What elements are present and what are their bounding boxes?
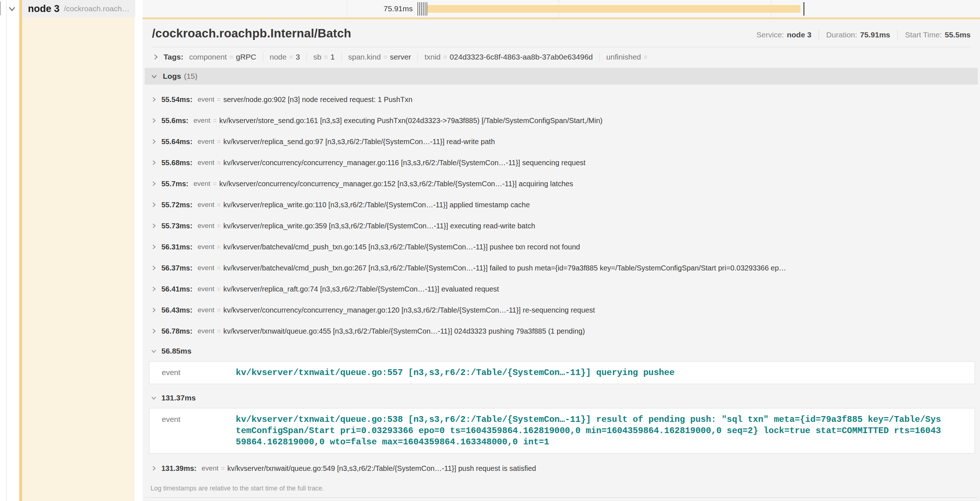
duration-value: 75.91ms bbox=[860, 30, 890, 39]
detail-row-accent-strip[interactable] bbox=[19, 18, 22, 501]
log-entry-expanded: 131.37mseventkv/kvserver/txnwait/queue.g… bbox=[145, 388, 978, 453]
log-field-value: kv/kvserver/replica_send.go:97 [n3,s3,r6… bbox=[223, 137, 495, 146]
log-timestamp: 56.31ms: bbox=[161, 243, 192, 251]
log-field-value: kv/kvserver/concurrency/concurrency_mana… bbox=[223, 159, 586, 167]
log-field-key: event bbox=[198, 159, 214, 167]
tag-key: component bbox=[189, 53, 227, 61]
chevron-right-icon bbox=[151, 117, 157, 124]
log-field-equals: = bbox=[221, 465, 225, 472]
log-field-key: event bbox=[194, 116, 210, 124]
log-entry-header[interactable]: 56.85ms bbox=[145, 341, 978, 361]
collapse-children-button[interactable] bbox=[7, 4, 17, 13]
span-name-cell[interactable]: node 3 /cockroach.roach… bbox=[19, 0, 135, 18]
logs-title: Logs bbox=[163, 72, 181, 81]
span-timeline-cell[interactable]: 75.91ms bbox=[143, 0, 980, 18]
log-field-value: kv/kvserver/concurrency/concurrency_mana… bbox=[220, 180, 573, 188]
chevron-right-icon bbox=[151, 286, 157, 292]
tags-label: Tags: bbox=[164, 53, 183, 61]
tag-equals: = bbox=[324, 53, 328, 61]
log-entry[interactable]: 56.41ms:event=kv/kvserver/replica_raft.g… bbox=[145, 278, 978, 300]
log-field-equals: = bbox=[217, 159, 221, 167]
logs-footer-note: Log timestamps are relative to the start… bbox=[145, 480, 978, 498]
chevron-right-icon bbox=[151, 465, 157, 472]
log-field-value: kv/kvserver/txnwait/queue.go:549 [n3,s3,… bbox=[228, 464, 536, 473]
log-field-value: kv/kvserver/store_send.go:161 [n3,s3] ex… bbox=[220, 116, 603, 125]
log-entry[interactable]: 55.54ms:event=server/node.go:902 [n3] no… bbox=[145, 89, 978, 110]
log-field-key: event bbox=[198, 285, 214, 293]
log-field-equals: = bbox=[217, 201, 221, 209]
log-field-key: event bbox=[198, 96, 214, 104]
log-timestamp: 55.7ms: bbox=[161, 180, 189, 188]
log-timestamp: 55.6ms: bbox=[161, 116, 189, 125]
log-field-value: kv/kvserver/batcheval/cmd_push_txn.go:26… bbox=[223, 264, 786, 272]
left-edge-mark bbox=[0, 2, 1, 15]
tag-key: span.kind bbox=[348, 53, 381, 61]
tag-key: sb bbox=[313, 53, 321, 61]
log-timestamp: 56.41ms: bbox=[161, 285, 192, 294]
span-detail-header: /cockroach.roachpb.Internal/Batch Servic… bbox=[152, 19, 970, 47]
chevron-right-icon bbox=[151, 201, 157, 208]
log-timestamp: 55.72ms: bbox=[161, 201, 192, 209]
log-entry[interactable]: 56.37ms:event=kv/kvserver/batcheval/cmd_… bbox=[145, 257, 978, 278]
start-time-label: Start Time: bbox=[905, 30, 942, 39]
tag-value: server bbox=[390, 53, 411, 61]
log-field-value[interactable]: kv/kvserver/txnwait/queue.go:557 [n3,s3,… bbox=[236, 367, 675, 378]
log-field-equals: = bbox=[217, 96, 221, 104]
log-field-key: event bbox=[198, 243, 214, 251]
tag-divider bbox=[417, 52, 418, 61]
log-fields-table: eventkv/kvserver/txnwait/queue.go:557 [n… bbox=[149, 361, 975, 384]
chevron-right-icon bbox=[151, 265, 157, 271]
log-entry[interactable]: 56.78ms:event=kv/kvserver/txnwait/queue.… bbox=[145, 321, 978, 341]
chevron-right-icon bbox=[152, 53, 159, 61]
log-field-equals: = bbox=[213, 117, 217, 124]
span-detail-panel: /cockroach.roachpb.Internal/Batch Servic… bbox=[143, 18, 980, 501]
meta-divider bbox=[897, 30, 898, 40]
span-bar-row[interactable]: node 3 /cockroach.roach… 75.91ms bbox=[0, 0, 980, 18]
log-entry[interactable]: 131.39ms:event=kv/kvserver/txnwait/queue… bbox=[145, 458, 978, 479]
log-field-value[interactable]: kv/kvserver/txnwait/queue.go:538 [n3,s3,… bbox=[236, 414, 941, 448]
logs-section-header[interactable]: Logs (15) bbox=[145, 68, 978, 85]
meta-divider bbox=[819, 30, 819, 40]
log-field-equals: = bbox=[213, 180, 217, 188]
span-meta: Service: node 3 Duration: 75.91ms Start … bbox=[757, 30, 970, 40]
log-entry[interactable]: 55.73ms:event=kv/kvserver/replica_write.… bbox=[145, 215, 978, 236]
log-field-value: kv/kvserver/replica_write.go:110 [n3,s3,… bbox=[223, 201, 530, 209]
start-time-value: 55.5ms bbox=[945, 30, 970, 39]
tag-items: component=gRPCnode=3sb=1span.kind=server… bbox=[189, 52, 650, 61]
span-duration-bar[interactable] bbox=[427, 5, 800, 13]
tag-equals: = bbox=[383, 53, 387, 61]
detail-row-left-highlight bbox=[22, 18, 135, 501]
log-entry[interactable]: 55.68ms:event=kv/kvserver/concurrency/co… bbox=[145, 152, 978, 173]
log-field-equals: = bbox=[217, 138, 221, 145]
log-entry[interactable]: 55.72ms:event=kv/kvserver/replica_write.… bbox=[145, 194, 978, 215]
tag-value: gRPC bbox=[236, 53, 256, 61]
tags-row[interactable]: Tags: component=gRPCnode=3sb=1span.kind=… bbox=[152, 47, 970, 66]
span-bar-end-tick bbox=[803, 2, 805, 16]
chevron-down-icon bbox=[7, 4, 17, 13]
span-operation-name: /cockroach.roach… bbox=[64, 4, 129, 13]
log-entry-header[interactable]: 131.37ms bbox=[145, 388, 978, 407]
log-entry[interactable]: 55.64ms:event=kv/kvserver/replica_send.g… bbox=[145, 131, 978, 152]
chevron-right-icon bbox=[151, 328, 157, 334]
span-color-accent bbox=[19, 0, 22, 18]
chevron-right-icon bbox=[151, 96, 157, 103]
duration-label: Duration: bbox=[826, 30, 857, 39]
tag-key: node bbox=[270, 53, 287, 61]
tag-equals: = bbox=[643, 53, 648, 61]
log-field-value: kv/kvserver/concurrency/concurrency_mana… bbox=[223, 306, 595, 314]
log-entry[interactable]: 56.43ms:event=kv/kvserver/concurrency/co… bbox=[145, 300, 978, 321]
log-field-key: event bbox=[198, 201, 214, 209]
log-field-key: event bbox=[150, 367, 236, 378]
log-entry[interactable]: 56.31ms:event=kv/kvserver/batcheval/cmd_… bbox=[145, 236, 978, 257]
service-label: Service: bbox=[757, 30, 784, 39]
log-timestamp: 56.43ms: bbox=[161, 306, 192, 314]
log-timestamp: 56.85ms bbox=[161, 347, 191, 356]
tag-divider bbox=[600, 52, 600, 61]
log-field-key: event bbox=[198, 222, 214, 230]
log-entry[interactable]: 55.7ms:event=kv/kvserver/concurrency/con… bbox=[145, 173, 978, 194]
log-entry[interactable]: 55.6ms:event=kv/kvserver/store_send.go:1… bbox=[145, 110, 978, 131]
log-field-equals: = bbox=[217, 264, 221, 272]
log-field-key: event bbox=[150, 414, 236, 448]
tag-item: span.kind=server bbox=[348, 53, 411, 61]
log-field-equals: = bbox=[217, 306, 221, 314]
